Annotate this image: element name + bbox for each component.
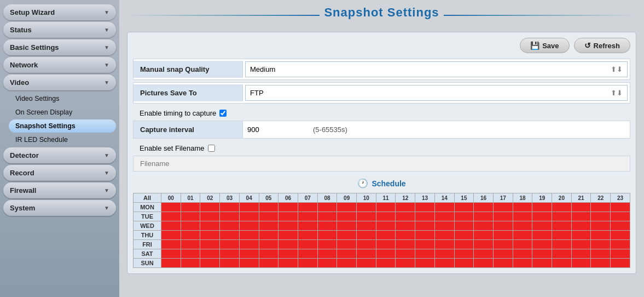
schedule-cell[interactable] — [337, 203, 357, 212]
schedule-cell[interactable] — [376, 249, 396, 259]
schedule-cell[interactable] — [532, 240, 552, 249]
schedule-cell[interactable] — [200, 240, 220, 249]
schedule-cell[interactable] — [357, 203, 376, 212]
schedule-cell[interactable] — [200, 203, 220, 212]
schedule-cell[interactable] — [376, 203, 396, 212]
schedule-cell[interactable] — [279, 212, 298, 221]
schedule-cell[interactable] — [493, 259, 513, 268]
schedule-cell[interactable] — [532, 221, 552, 231]
schedule-cell[interactable] — [337, 221, 357, 231]
schedule-cell[interactable] — [357, 231, 376, 240]
schedule-cell[interactable] — [611, 259, 630, 268]
schedule-cell[interactable] — [357, 259, 376, 268]
schedule-cell[interactable] — [474, 249, 494, 259]
capture-interval-input[interactable] — [243, 122, 309, 137]
schedule-cell[interactable] — [434, 249, 454, 259]
schedule-cell[interactable] — [357, 240, 376, 249]
schedule-cell[interactable] — [200, 212, 220, 221]
schedule-cell[interactable] — [532, 203, 552, 212]
schedule-cell[interactable] — [317, 249, 337, 259]
schedule-cell[interactable] — [454, 203, 474, 212]
schedule-cell[interactable] — [200, 221, 220, 231]
sidebar-item-setup-wizard[interactable]: Setup Wizard ▼ — [3, 4, 116, 20]
schedule-cell[interactable] — [357, 221, 376, 231]
schedule-cell[interactable] — [474, 212, 494, 221]
schedule-cell[interactable] — [474, 203, 494, 212]
schedule-cell[interactable] — [259, 203, 279, 212]
schedule-cell[interactable] — [279, 259, 298, 268]
schedule-cell[interactable] — [376, 259, 396, 268]
schedule-cell[interactable] — [396, 212, 415, 221]
schedule-cell[interactable] — [259, 231, 279, 240]
schedule-cell[interactable] — [591, 231, 611, 240]
schedule-cell[interactable] — [317, 212, 337, 221]
schedule-cell[interactable] — [571, 259, 591, 268]
schedule-cell[interactable] — [415, 212, 435, 221]
schedule-cell[interactable] — [337, 249, 357, 259]
schedule-cell[interactable] — [181, 231, 200, 240]
save-button[interactable]: 💾 Save — [520, 38, 569, 53]
schedule-cell[interactable] — [220, 259, 240, 268]
schedule-cell[interactable] — [571, 221, 591, 231]
schedule-cell[interactable] — [317, 221, 337, 231]
filename-input[interactable] — [134, 156, 630, 171]
schedule-cell[interactable] — [532, 231, 552, 240]
schedule-cell[interactable] — [259, 240, 279, 249]
schedule-cell[interactable] — [434, 212, 454, 221]
schedule-cell[interactable] — [591, 249, 611, 259]
schedule-cell[interactable] — [357, 249, 376, 259]
sidebar-item-on-screen-display[interactable]: On Screen Display — [9, 106, 116, 119]
schedule-cell[interactable] — [571, 240, 591, 249]
schedule-cell[interactable] — [415, 231, 435, 240]
schedule-cell[interactable] — [220, 221, 240, 231]
schedule-cell[interactable] — [552, 249, 572, 259]
schedule-cell[interactable] — [161, 203, 181, 212]
schedule-cell[interactable] — [220, 212, 240, 221]
schedule-cell[interactable] — [279, 221, 298, 231]
schedule-cell[interactable] — [591, 212, 611, 221]
sidebar-item-ir-led-schedule[interactable]: IR LED Schedule — [9, 133, 116, 146]
enable-filename-checkbox[interactable] — [208, 145, 215, 152]
schedule-cell[interactable] — [611, 221, 630, 231]
schedule-cell[interactable] — [161, 231, 181, 240]
schedule-cell[interactable] — [161, 249, 181, 259]
schedule-cell[interactable] — [317, 231, 337, 240]
schedule-cell[interactable] — [434, 240, 454, 249]
schedule-cell[interactable] — [239, 259, 259, 268]
schedule-cell[interactable] — [454, 221, 474, 231]
schedule-cell[interactable] — [298, 231, 317, 240]
schedule-cell[interactable] — [611, 249, 630, 259]
schedule-cell[interactable] — [161, 221, 181, 231]
schedule-cell[interactable] — [337, 231, 357, 240]
schedule-cell[interactable] — [454, 212, 474, 221]
schedule-cell[interactable] — [279, 249, 298, 259]
schedule-cell[interactable] — [396, 249, 415, 259]
schedule-cell[interactable] — [298, 249, 317, 259]
schedule-cell[interactable] — [591, 240, 611, 249]
schedule-cell[interactable] — [591, 221, 611, 231]
schedule-cell[interactable] — [396, 221, 415, 231]
schedule-cell[interactable] — [434, 203, 454, 212]
schedule-cell[interactable] — [337, 259, 357, 268]
schedule-cell[interactable] — [513, 203, 532, 212]
schedule-cell[interactable] — [571, 231, 591, 240]
schedule-cell[interactable] — [181, 240, 200, 249]
schedule-cell[interactable] — [454, 249, 474, 259]
schedule-cell[interactable] — [239, 249, 259, 259]
schedule-cell[interactable] — [532, 212, 552, 221]
schedule-cell[interactable] — [591, 203, 611, 212]
schedule-cell[interactable] — [434, 259, 454, 268]
schedule-cell[interactable] — [513, 212, 532, 221]
schedule-cell[interactable] — [298, 221, 317, 231]
schedule-cell[interactable] — [357, 212, 376, 221]
schedule-cell[interactable] — [552, 259, 572, 268]
schedule-cell[interactable] — [396, 240, 415, 249]
manual-snap-quality-select[interactable]: Medium Low High — [246, 62, 627, 77]
sidebar-item-video[interactable]: Video ▼ — [3, 75, 116, 90]
schedule-cell[interactable] — [181, 203, 200, 212]
schedule-cell[interactable] — [317, 259, 337, 268]
schedule-cell[interactable] — [611, 240, 630, 249]
enable-timing-checkbox[interactable] — [219, 110, 227, 117]
schedule-cell[interactable] — [415, 240, 435, 249]
schedule-cell[interactable] — [532, 249, 552, 259]
